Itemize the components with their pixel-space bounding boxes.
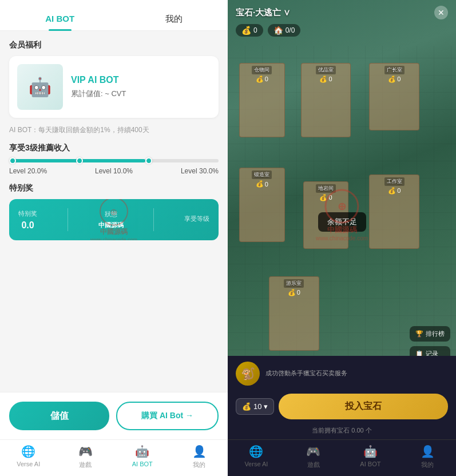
aibot-icon: 🤖 [135,445,149,458]
room-recreation-resource: 💰0 [288,289,300,296]
tab-bar: AI BOT 我的 [0,8,228,30]
left-bottom-nav: 🌐 Verse AI 🎮 遊戲 🤖 AI BOT 👤 我的 [0,439,228,476]
left-header: AI BOT 我的 [0,0,228,31]
right-nav-profile-label: 我的 [421,461,434,469]
right-panel: 宝石·大逃亡 ∨ ✕ 💰 0 🏠 0/0 仓物间 💰0 [228,0,456,476]
special-col-3: 享受等级 [184,215,209,225]
leaderboard-button[interactable]: 🏆 排行榜 [410,326,450,342]
right-nav-verse-ai[interactable]: 🌐 Verse AI [228,445,285,469]
left-panel: AI BOT 我的 会员福利 🤖 VIP AI BOT 累計儲值: ~ CVT … [0,0,228,476]
game-background: 宝石·大逃亡 ∨ ✕ 💰 0 🏠 0/0 仓物间 💰0 [228,0,456,476]
right-nav-games-label: 遊戲 [307,461,320,469]
room-factory-label: 广长室 [384,66,405,74]
level-2: Level 10.0% [95,167,133,175]
special-divider-2 [153,208,154,231]
referral-dot-3 [145,157,152,164]
coin-icon: 💰 [242,402,251,411]
right-nav-games[interactable]: 🎮 遊戲 [285,445,342,469]
game-bot-info: 🐒 成功啓動杀手獵宝石买卖服务 [228,356,456,389]
room-premium-label: 优品室 [316,66,336,74]
right-aibot-icon: 🤖 [363,445,378,458]
vip-card-info: VIP AI BOT 累計儲值: ~ CVT [71,75,211,99]
membership-title: 会员福利 [9,40,219,50]
deposit-button[interactable]: 儲值 [9,402,109,430]
referral-dot-2 [76,157,83,164]
vip-title: VIP AI BOT [71,75,211,85]
referral-bar [9,159,219,162]
nav-verse-ai[interactable]: 🌐 Verse AI [0,445,57,469]
room-storage-label: 仓物间 [252,66,272,74]
coin-value: 10 [253,402,261,411]
referral-dot-1 [9,157,16,164]
gold-value: 0 [253,26,257,34]
special-divider-1 [68,208,68,231]
invest-button[interactable]: 投入宝石 [279,394,448,419]
room-recreation: 游乐室 💰0 [269,276,319,351]
room-workshop-resource: 💰0 [388,187,401,195]
vip-subtitle: 累計儲值: ~ CVT [71,89,211,99]
right-nav-profile[interactable]: 👤 我的 [399,445,456,469]
right-nav-verse-ai-label: Verse AI [244,461,268,467]
invest-info: 当前拥有宝石 0.00 个 [228,425,456,439]
bot-avatar: 🐒 [236,362,260,386]
resource-gold: 💰 0 [236,24,263,37]
room-storage-resource: 💰0 [256,76,268,83]
game-close-button[interactable]: ✕ [434,6,448,19]
room-premium-resource: 💰0 [319,76,332,83]
alert-text: 余额不足 [327,217,357,226]
nav-aibot[interactable]: 🤖 AI BOT [114,445,171,469]
special-col-2: 狀態 中國源碼 [98,210,124,229]
bot-message: 成功啓動杀手獵宝石买卖服务 [265,369,347,378]
housing-value: 0/0 [286,26,295,34]
coin-select[interactable]: 💰 10 ▾ [236,398,274,415]
referral-levels: Level 20.0% Level 10.0% Level 30.0% [9,167,219,175]
invest-row: 💰 10 ▾ 投入宝石 [228,389,456,425]
nav-verse-ai-label: Verse AI [17,461,40,467]
right-profile-icon: 👤 [421,445,435,458]
bottom-actions: 儲值 購買 AI Bot → [0,392,228,439]
right-nav-aibot[interactable]: 🤖 AI BOT [342,445,399,469]
game-header: 宝石·大逃亡 ∨ ✕ [228,0,456,23]
resource-bar: 💰 0 🏠 0/0 [228,22,456,39]
alert-popup: 余额不足 [318,212,366,232]
tab-mine[interactable]: 我的 [142,8,205,30]
room-storage: 仓物间 💰0 [239,63,285,137]
game-bottom-panel: 🐒 成功啓動杀手獵宝石买卖服务 💰 10 ▾ 投入宝石 当前拥有宝石 0.00 … [228,356,456,476]
room-workshop-label: 工作室 [384,177,405,186]
room-workshop: 工作室 💰0 [369,174,419,249]
special-card: 特别奖 0.0 狀態 中國源碼 享受等级 ⊕ 中 [9,199,219,240]
tab-aibot[interactable]: AI BOT [22,8,97,30]
gold-icon: 💰 [241,26,251,35]
nav-profile-label: 我的 [193,461,205,469]
left-content: 会员福利 🤖 VIP AI BOT 累計儲值: ~ CVT AI BOT：每天賺… [0,31,228,392]
nav-games-label: 遊戲 [79,461,92,469]
verse-ai-icon: 🌐 [21,445,35,458]
right-nav-aibot-label: AI BOT [360,461,380,467]
room-factory-resource: 💰0 [388,76,401,83]
games-icon: 🎮 [78,445,93,458]
right-games-icon: 🎮 [306,445,320,458]
special-title: 特别奖 [9,183,219,193]
resource-housing: 🏠 0/0 [268,24,301,37]
room-factory: 广长室 💰0 [369,63,419,130]
vip-card-image: 🤖 [17,64,63,110]
nav-profile[interactable]: 👤 我的 [171,445,228,469]
level-3: Level 30.0% [181,167,219,175]
room-premium: 优品室 💰0 [301,63,351,137]
room-recreation-label: 游乐室 [284,279,304,288]
profile-icon: 👤 [192,445,207,458]
leaderboard-label: 排行榜 [426,330,445,338]
housing-icon: 🏠 [273,26,283,35]
ai-bot-notice: AI BOT：每天賺取回饋金額的1%，持續400天 [9,125,219,135]
nav-games[interactable]: 🎮 遊戲 [57,445,114,469]
room-forge: 锻造室 💰0 [239,168,285,242]
special-section: 特别奖 特别奖 0.0 狀態 中國源碼 享受等级 [9,183,219,240]
right-bottom-nav: 🌐 Verse AI 🎮 遊戲 🤖 AI BOT 👤 我的 [228,439,456,476]
referral-title: 享受3级推薦收入 [9,143,219,153]
special-col-1: 特别奖 0.0 [18,209,37,231]
buy-bot-button[interactable]: 購買 AI Bot → [116,402,219,430]
referral-section: 享受3级推薦收入 Level 20.0% Level 10.0% Level 3… [9,143,219,175]
room-rock-label: 地岩间 [316,184,336,193]
room-forge-label: 锻造室 [252,170,272,179]
level-1: Level 20.0% [9,167,47,175]
